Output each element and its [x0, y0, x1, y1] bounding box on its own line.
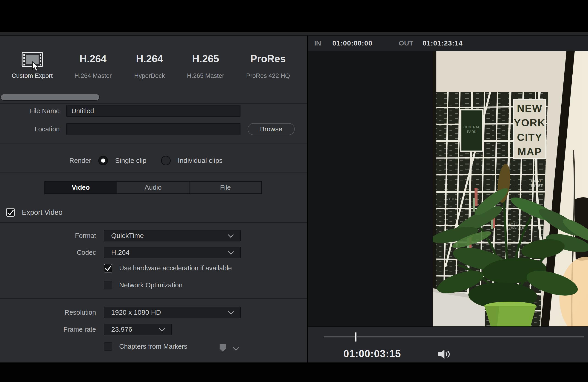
map-label-east-village: VILLAGE — [508, 226, 524, 229]
export-video-checkbox[interactable] — [6, 208, 15, 217]
map-label-central-park: PARK — [467, 130, 476, 133]
format-value: QuickTime — [111, 232, 144, 240]
app-screen: Custom Export H.264 H.264 Master H.264 H… — [0, 0, 588, 382]
preset-title: ProRes — [233, 53, 303, 64]
map-label-east-village: EAST — [508, 222, 518, 225]
single-clip-radio[interactable] — [98, 156, 108, 165]
file-name-input[interactable] — [66, 105, 240, 117]
preview-viewer: IN 01:00:00:00 OUT 01:01:23:14 — [308, 36, 588, 362]
render-settings-panel: Custom Export H.264 H.264 Master H.264 H… — [0, 36, 307, 362]
plant-pot — [484, 302, 537, 326]
divider — [0, 298, 307, 299]
chevron-down-icon — [228, 309, 233, 315]
map-label-east-river: RIVER — [531, 184, 544, 188]
out-label: OUT — [399, 36, 413, 51]
export-video-label: Export Video — [22, 208, 63, 217]
preset-prores-422hq[interactable]: ProRes ProRes 422 HQ — [233, 36, 303, 93]
export-tabbar: Video Audio File — [44, 181, 262, 194]
preset-scrollbar-thumb[interactable] — [0, 94, 100, 101]
browse-button[interactable]: Browse — [248, 123, 295, 135]
poster-title-line: CITY — [517, 131, 543, 143]
frame-rate-value: 23.976 — [111, 325, 132, 333]
poster-title-box: NEW YORK CITY MAP — [514, 100, 546, 159]
individual-clips-label: Individual clips — [178, 156, 223, 165]
video-still: CENTRAL PARK CHELSEA EAST RIVER EAST — [433, 51, 588, 326]
preset-title: H.265 — [171, 53, 240, 64]
tab-file[interactable]: File — [189, 181, 262, 194]
format-label: Format — [0, 230, 96, 241]
hardware-acceleration-checkbox[interactable] — [104, 264, 112, 273]
codec-dropdown[interactable]: H.264 — [104, 247, 241, 258]
file-name-label: File Name — [0, 105, 60, 117]
divider — [0, 222, 307, 223]
network-optimization-checkbox[interactable] — [104, 281, 112, 289]
format-dropdown[interactable]: QuickTime — [104, 230, 241, 241]
hardware-acceleration-label: Use hardware acceleration if available — [119, 264, 232, 273]
preset-label: Custom Export — [5, 72, 60, 80]
preset-h265-master[interactable]: H.265 H.265 Master — [171, 36, 240, 93]
render-label: Render — [0, 156, 91, 165]
marker-color-swatch[interactable] — [219, 344, 226, 353]
playhead[interactable] — [355, 332, 357, 342]
chapters-from-markers-label: Chapters from Markers — [119, 342, 188, 351]
mouse-cursor-icon — [32, 61, 40, 73]
poster-title-line: NEW — [517, 103, 543, 114]
map-label-chelsea: CHELSEA — [449, 197, 468, 201]
frame-rate-label: Frame rate — [0, 324, 96, 335]
transport-bar: 01:00:03:15 — [308, 326, 588, 362]
resolution-dropdown[interactable]: 1920 x 1080 HD — [104, 307, 241, 318]
chapters-from-markers-checkbox[interactable] — [104, 342, 112, 351]
poster-title-line: YORK — [514, 117, 546, 129]
preset-label: H.265 Master — [171, 72, 240, 80]
tab-video[interactable]: Video — [44, 181, 117, 194]
frame-rate-dropdown[interactable]: 23.976 — [104, 324, 172, 335]
speaker-icon[interactable] — [438, 349, 451, 361]
chevron-down-icon — [228, 232, 233, 238]
current-timecode: 01:00:03:15 — [343, 348, 401, 360]
codec-label: Codec — [0, 247, 96, 258]
location-label: Location — [0, 123, 60, 135]
single-clip-label: Single clip — [115, 156, 147, 165]
location-input[interactable] — [66, 123, 240, 135]
individual-clips-radio[interactable] — [161, 156, 171, 165]
marker-chevron-down-icon[interactable] — [233, 344, 239, 351]
chevron-down-icon — [228, 249, 233, 255]
network-optimization-label: Network Optimization — [119, 281, 183, 289]
window-top-edge — [0, 32, 588, 36]
resolution-label: Resolution — [0, 307, 96, 318]
divider — [0, 103, 307, 104]
bottom-black-bar — [0, 362, 588, 382]
preset-label: ProRes 422 HQ — [233, 72, 303, 80]
video-frame: CENTRAL PARK CHELSEA EAST RIVER EAST — [433, 51, 588, 326]
in-timecode: 01:00:00:00 — [332, 36, 372, 51]
browse-button-label: Browse — [260, 126, 282, 133]
map-label-east-river: EAST — [531, 179, 542, 183]
tab-video-label: Video — [72, 184, 90, 191]
tab-audio-label: Audio — [145, 184, 162, 191]
chevron-down-icon — [159, 326, 165, 331]
divider — [0, 172, 307, 173]
out-timecode: 01:01:23:14 — [423, 36, 462, 51]
tab-file-label: File — [220, 184, 231, 191]
codec-value: H.264 — [111, 249, 129, 256]
tab-audio[interactable]: Audio — [117, 181, 189, 194]
resolution-value: 1920 x 1080 HD — [111, 309, 161, 316]
map-label-central-park: CENTRAL — [463, 125, 480, 129]
preset-custom-export[interactable]: Custom Export — [5, 36, 60, 93]
poster-title-line: MAP — [518, 146, 542, 158]
in-out-bar: IN 01:00:00:00 OUT 01:01:23:14 — [308, 36, 588, 51]
in-label: IN — [314, 36, 321, 51]
divider — [0, 144, 307, 144]
seek-bar[interactable] — [324, 336, 584, 338]
